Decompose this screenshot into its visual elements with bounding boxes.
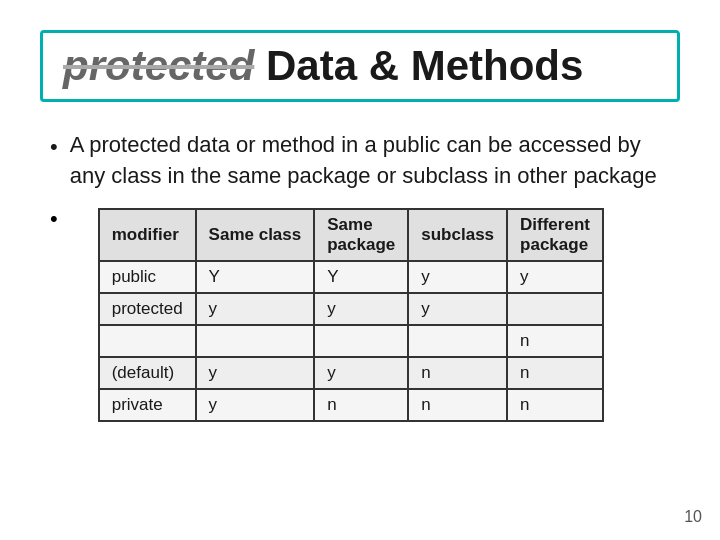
bullet-section: • A protected data or method in a public… [40,130,680,422]
title-rest: Data & Methods [254,42,583,89]
cell-default-subclass: n [408,357,507,389]
cell-modifier-default: (default) [99,357,196,389]
cell-protected-same-pkg: y [314,293,408,325]
title-box: protected Data & Methods [40,30,680,102]
access-table: modifier Same class Samepackage subclass… [98,208,604,422]
title-content: protected Data & Methods [63,42,583,89]
col-header-same-class: Same class [196,209,315,261]
cell-private-same-pkg: n [314,389,408,421]
cell-private-subclass: n [408,389,507,421]
title-protected-word: protected [63,42,254,89]
cell-empty-3 [314,325,408,357]
table-row: protected y y y [99,293,603,325]
cell-modifier-private: private [99,389,196,421]
cell-default-same-pkg: y [314,357,408,389]
table-row: private y n n n [99,389,603,421]
table-row: n [99,325,603,357]
cell-default-diff-pkg: n [507,357,603,389]
cell-private-same-class: y [196,389,315,421]
col-header-diff-package: Differentpackage [507,209,603,261]
cell-protected-diff-pkg [507,293,603,325]
bullet-text-1: A protected data or method in a public c… [70,130,680,192]
bullet-item-1: • A protected data or method in a public… [50,130,680,192]
cell-modifier-public: public [99,261,196,293]
col-header-same-package: Samepackage [314,209,408,261]
slide: protected Data & Methods • A protected d… [0,0,720,540]
cell-public-same-class: Y [196,261,315,293]
cell-empty-2 [196,325,315,357]
cell-public-diff-pkg: y [507,261,603,293]
cell-empty-modifier [99,325,196,357]
cell-protected-subclass: y [408,293,507,325]
cell-modifier-protected: protected [99,293,196,325]
bullet-dot-2: • [50,206,58,232]
cell-empty-4 [408,325,507,357]
cell-n-protected: n [507,325,603,357]
cell-private-diff-pkg: n [507,389,603,421]
second-bullet: • modifier Same class Samepackage subcla… [50,204,680,422]
table-row: public Y Y y y [99,261,603,293]
cell-protected-same-class: y [196,293,315,325]
page-number: 10 [684,508,702,526]
col-header-modifier: modifier [99,209,196,261]
bullet-dot-1: • [50,132,58,163]
table-row: (default) y y n n [99,357,603,389]
col-header-subclass: subclass [408,209,507,261]
table-wrapper: modifier Same class Samepackage subclass… [98,208,604,422]
cell-public-subclass: y [408,261,507,293]
cell-public-same-pkg: Y [314,261,408,293]
cell-default-same-class: y [196,357,315,389]
